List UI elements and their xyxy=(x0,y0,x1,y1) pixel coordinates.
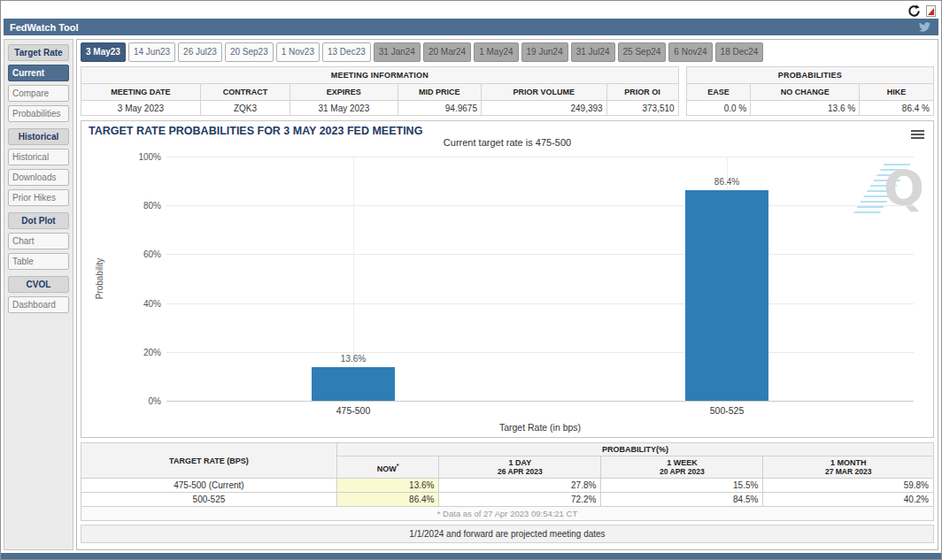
meeting-tab[interactable]: 6 Nov24 xyxy=(668,42,712,62)
sidebar-item-dashboard[interactable]: Dashboard xyxy=(8,296,69,313)
day-cell: 27.8% xyxy=(439,479,601,493)
x-axis-title: Target Rate (in bps) xyxy=(166,422,914,433)
probability-group-header: PROBABILITY(%) xyxy=(336,443,933,456)
x-tick: 475-500 xyxy=(336,405,371,416)
meeting-tab[interactable]: 20 Sep23 xyxy=(225,42,274,62)
column-header-now: NOW* xyxy=(336,456,439,479)
day-cell: 72.2% xyxy=(439,493,601,507)
twitter-icon[interactable] xyxy=(919,22,930,32)
bar-475-500: 13.6% xyxy=(312,367,395,401)
sidebar-item-downloads[interactable]: Downloads xyxy=(8,169,69,186)
meeting-info-title: MEETING INFORMATION xyxy=(81,67,679,84)
table-row: 500-525 86.4% 72.2% 84.5% 40.2% xyxy=(81,493,934,507)
column-header: MEETING DATE xyxy=(81,84,201,101)
gridline xyxy=(166,157,914,157)
sidebar-item-chart[interactable]: Chart xyxy=(8,233,69,249)
info-row: MEETING INFORMATION MEETING DATE CONTRAC… xyxy=(81,66,934,116)
y-tick: 80% xyxy=(117,201,161,211)
week-cell: 15.5% xyxy=(601,479,763,493)
expires-value: 31 May 2023 xyxy=(290,101,398,116)
utility-bar xyxy=(1,1,941,19)
now-cell: 13.6% xyxy=(336,479,439,493)
column-header: EASE xyxy=(686,84,751,101)
bar-500-525: 86.4% xyxy=(685,190,768,401)
prior-oi-value: 373,510 xyxy=(606,101,678,116)
sidebar-header-cvol: CVOL xyxy=(8,276,69,293)
history-table: TARGET RATE (BPS) PROBABILITY(%) NOW* 1 … xyxy=(81,442,934,521)
meeting-tab[interactable]: 20 Mar24 xyxy=(423,42,471,62)
column-header-1day: 1 DAY26 APR 2023 xyxy=(439,456,601,479)
y-tick: 100% xyxy=(117,152,161,162)
x-axis-line xyxy=(166,401,914,402)
meeting-tab-strip: 3 May23 14 Jun23 26 Jul23 20 Sep23 1 Nov… xyxy=(81,42,934,62)
sidebar-item-current[interactable]: Current xyxy=(8,65,69,81)
refresh-icon[interactable] xyxy=(907,4,921,18)
mid-price-value: 94.9675 xyxy=(398,101,481,116)
gridline xyxy=(166,303,914,304)
ease-value: 0.0 % xyxy=(686,101,751,116)
now-cell: 86.4% xyxy=(336,493,439,507)
sidebar: Target Rate Current Compare Probabilitie… xyxy=(4,39,73,550)
sidebar-header-historical: Historical xyxy=(8,128,69,145)
meeting-tab[interactable]: 26 Jul23 xyxy=(178,42,222,62)
sidebar-header-target-rate: Target Rate xyxy=(8,44,69,61)
meeting-tab[interactable]: 19 Jun24 xyxy=(521,42,568,62)
meeting-tab[interactable]: 31 Jul24 xyxy=(571,42,615,62)
meeting-tab[interactable]: 1 Nov23 xyxy=(276,42,320,62)
meeting-tab[interactable]: 18 Dec24 xyxy=(715,42,764,62)
meeting-tab[interactable]: 13 Dec23 xyxy=(322,42,371,62)
meeting-tab[interactable]: 25 Sep24 xyxy=(618,42,667,62)
contract-value: ZQK3 xyxy=(200,101,290,116)
rate-cell: 475-500 (Current) xyxy=(81,479,337,493)
app-header: FedWatch Tool xyxy=(4,19,938,35)
y-axis-label: Probability xyxy=(95,258,104,300)
meeting-tab[interactable]: 1 May24 xyxy=(474,42,518,62)
main-panel: 3 May23 14 Jun23 26 Jul23 20 Sep23 1 Nov… xyxy=(76,39,938,550)
column-header: EXPIRES xyxy=(290,84,398,101)
sidebar-item-table[interactable]: Table xyxy=(8,253,69,270)
plot-area: Probability 100% 80% 60% 40% 20% 0% 13.6… xyxy=(166,157,914,401)
pdf-page-shape xyxy=(926,5,936,17)
bar-value-label: 13.6% xyxy=(341,354,366,364)
sidebar-header-dot-plot: Dot Plot xyxy=(8,212,69,229)
probabilities-table: PROBABILITIES EASE NO CHANGE HIKE 0.0 % … xyxy=(686,66,934,116)
footnote-marker: * xyxy=(397,462,399,470)
sidebar-item-compare[interactable]: Compare xyxy=(8,85,69,102)
meeting-tab[interactable]: 14 Jun23 xyxy=(128,42,175,62)
column-header: HIKE xyxy=(860,84,934,101)
rate-cell: 500-525 xyxy=(81,493,337,507)
column-header: PRIOR OI xyxy=(606,84,678,101)
projected-dates-note: 1/1/2024 and forward are projected meeti… xyxy=(81,525,934,543)
table-row: 475-500 (Current) 13.6% 27.8% 15.5% 59.8… xyxy=(81,479,934,493)
week-cell: 84.5% xyxy=(601,493,763,507)
chart-menu-icon[interactable] xyxy=(911,128,924,141)
data-asof-note: * Data as of 27 Apr 2023 09:54:21 CT xyxy=(81,507,934,521)
hike-value: 86.4 % xyxy=(860,101,934,116)
meeting-tab[interactable]: 31 Jan24 xyxy=(374,42,421,62)
gridline xyxy=(166,352,914,353)
sidebar-item-prior-hikes[interactable]: Prior Hikes xyxy=(8,189,69,206)
meeting-info-table: MEETING INFORMATION MEETING DATE CONTRAC… xyxy=(81,66,679,116)
y-tick: 0% xyxy=(117,396,161,406)
gridline xyxy=(166,254,914,255)
y-tick: 40% xyxy=(117,298,161,308)
app-title: FedWatch Tool xyxy=(10,22,79,33)
column-header: NO CHANGE xyxy=(751,84,860,101)
column-header-1week: 1 WEEK20 APR 2023 xyxy=(601,456,763,479)
content-area: Target Rate Current Compare Probabilitie… xyxy=(4,39,938,550)
sidebar-item-historical[interactable]: Historical xyxy=(8,149,69,165)
column-header: MID PRICE xyxy=(398,84,481,101)
no-change-value: 13.6 % xyxy=(751,101,860,116)
month-cell: 40.2% xyxy=(763,493,934,507)
prior-volume-value: 249,393 xyxy=(481,101,606,116)
gridline xyxy=(166,205,914,206)
month-cell: 59.8% xyxy=(763,479,934,493)
chart-panel: TARGET RATE PROBABILITIES FOR 3 MAY 2023… xyxy=(81,120,934,438)
chart-subtitle: Current target rate is 475-500 xyxy=(89,137,926,148)
meeting-tab[interactable]: 3 May23 xyxy=(81,42,126,62)
export-pdf-icon[interactable] xyxy=(926,5,936,17)
probabilities-title: PROBABILITIES xyxy=(686,67,933,84)
sidebar-item-probabilities[interactable]: Probabilities xyxy=(8,105,69,122)
rate-column-header: TARGET RATE (BPS) xyxy=(81,443,337,479)
column-header: CONTRACT xyxy=(200,84,290,101)
